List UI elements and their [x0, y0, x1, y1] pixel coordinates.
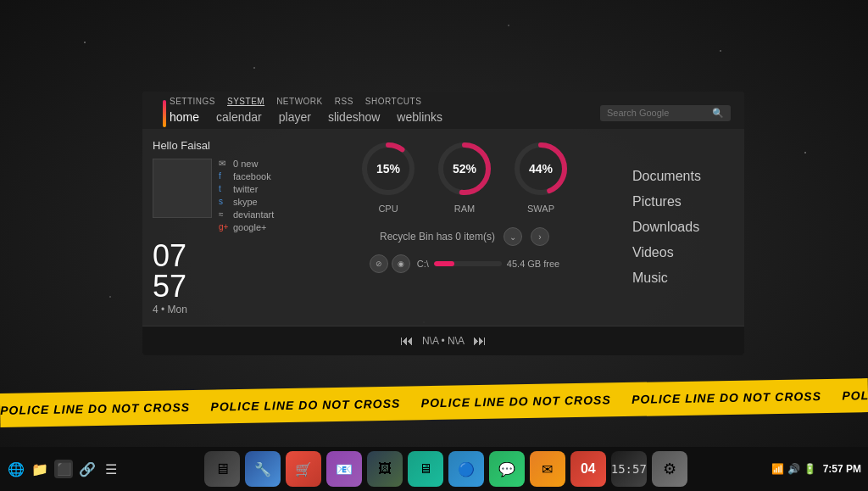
avatar [153, 159, 212, 218]
social-googleplus[interactable]: g+ google+ [219, 222, 274, 232]
dock-icon-display[interactable]: 🖥 [408, 451, 443, 487]
clock-date: 4 • Mon [153, 304, 297, 315]
social-twitter[interactable]: t twitter [219, 184, 274, 194]
nav-system[interactable]: SYSTEM [227, 97, 264, 106]
social-links: ✉ 0 new f facebook t twitter s skype [219, 159, 274, 232]
dock-icon-settings[interactable]: ⚙ [652, 451, 687, 487]
tray-sound-icon: 🔊 [787, 463, 800, 475]
nav-top-row: SETTINGS SYSTEM NETWORK RSS SHORTCUTS [170, 97, 442, 106]
clock-minute: 57 [153, 269, 186, 304]
nav-slideshow[interactable]: slideshow [328, 110, 380, 124]
taskbar-left: 🌐 📁 ⬛ 🔗 ☰ [7, 460, 120, 478]
disk-label: C:\ [417, 259, 429, 269]
player-track: N\A • N\A [422, 335, 465, 347]
skype-icon: s [219, 197, 229, 207]
player-bar: ⏮ N\A • N\A ⏭ [142, 326, 744, 355]
taskbar-folder-icon[interactable]: 📁 [31, 460, 49, 478]
content-area: Hello Faisal ✉ 0 new f facebook t twitte… [142, 129, 744, 326]
cpu-gauge: 15% CPU [359, 139, 418, 214]
cpu-label: CPU [378, 204, 398, 214]
ram-gauge: 52% RAM [435, 139, 494, 214]
googleplus-icon: g+ [219, 222, 229, 232]
middle-panel: 15% CPU 52% RAM [305, 139, 624, 315]
mail-icon: ✉ [219, 159, 229, 169]
nav-rss[interactable]: RSS [335, 97, 353, 106]
shortcut-documents[interactable]: Documents [632, 167, 734, 186]
left-panel: Hello Faisal ✉ 0 new f facebook t twitte… [153, 139, 297, 315]
taskbar-right: 📶 🔊 🔋 7:57 PM [771, 463, 861, 475]
dock-icon-mail[interactable]: ✉ [530, 451, 565, 487]
dock-icon-chat[interactable]: 💬 [489, 451, 525, 487]
disk-row: ⊘ ◉ C:\ 45.4 GB free [370, 254, 559, 273]
disk-icon-2[interactable]: ◉ [392, 254, 410, 273]
shortcut-downloads[interactable]: Downloads [632, 218, 734, 237]
gauges-row: 15% CPU 52% RAM [359, 139, 570, 214]
twitter-icon: t [219, 184, 229, 194]
tray-network-icon: 📶 [771, 463, 784, 475]
nav-shortcuts[interactable]: SHORTCUTS [365, 97, 422, 106]
dock-icon-email[interactable]: 📧 [326, 451, 362, 487]
disk-bar-container: C:\ 45.4 GB free [417, 259, 559, 269]
police-tape-text: POLICE LINE DO NOT CROSS POLICE LINE DO … [0, 378, 868, 417]
search-input[interactable] [607, 108, 709, 118]
ram-value: 52% [453, 162, 476, 176]
nav-settings[interactable]: SETTINGS [170, 97, 215, 106]
greeting-text: Hello Faisal [153, 139, 297, 152]
taskbar-terminal-icon[interactable]: ⬛ [54, 460, 73, 478]
disk-icon-1[interactable]: ⊘ [370, 254, 388, 273]
taskbar-menu-icon[interactable]: ☰ [102, 460, 120, 478]
right-panel: Documents Pictures Downloads Videos Musi… [632, 139, 734, 315]
disk-bar-fill [434, 261, 454, 266]
nav-player[interactable]: player [279, 110, 311, 124]
clock-display: 07 57 [153, 241, 297, 302]
dock-icon-app7[interactable]: 🔵 [448, 451, 484, 487]
ram-gauge-circle: 52% [435, 139, 494, 198]
widget-panel: SETTINGS SYSTEM NETWORK RSS SHORTCUTS ho… [142, 92, 744, 355]
dock-icon-store[interactable]: 🛒 [286, 451, 321, 487]
taskbar-browser-icon[interactable]: 🌐 [7, 460, 25, 478]
recycle-row: Recycle Bin has 0 item(s) ⌄ › [380, 227, 549, 246]
dock-icon-terminal[interactable]: 🖥 [204, 451, 240, 487]
recycle-text: Recycle Bin has 0 item(s) [380, 231, 495, 243]
swap-value: 44% [529, 162, 553, 176]
shortcut-videos[interactable]: Videos [632, 243, 734, 262]
police-tape: POLICE LINE DO NOT CROSS POLICE LINE DO … [0, 378, 868, 427]
nav-home[interactable]: home [170, 110, 199, 124]
ram-label: RAM [454, 204, 475, 214]
deviantart-icon: ≈ [219, 209, 229, 220]
taskbar: 🌐 📁 ⬛ 🔗 ☰ 🖥 🔧 🛒 📧 🖼 🖥 🔵 💬 [0, 447, 868, 491]
nav-network[interactable]: NETWORK [276, 97, 323, 106]
facebook-icon: f [219, 171, 229, 181]
nav-bottom-row: home calendar player slideshow weblinks [170, 106, 442, 129]
taskbar-link-icon[interactable]: 🔗 [78, 460, 97, 478]
shortcut-music[interactable]: Music [632, 269, 734, 287]
nav-weblinks[interactable]: weblinks [397, 110, 442, 124]
social-facebook[interactable]: f facebook [219, 171, 274, 181]
shortcut-pictures[interactable]: Pictures [632, 192, 734, 211]
recycle-prev-btn[interactable]: ⌄ [504, 227, 522, 246]
swap-gauge-circle: 44% [511, 139, 570, 198]
disk-free: 45.4 GB free [507, 259, 559, 269]
nav-accent [163, 100, 166, 127]
cpu-value: 15% [376, 162, 400, 176]
disk-icons: ⊘ ◉ [370, 254, 410, 273]
social-new-mail[interactable]: ✉ 0 new [219, 159, 274, 169]
nav-calendar[interactable]: calendar [216, 110, 262, 124]
dock-icon-calendar[interactable]: 04 [570, 451, 606, 487]
player-next-btn[interactable]: ⏭ [473, 333, 487, 349]
dock-icon-image[interactable]: 🖼 [367, 451, 403, 487]
player-prev-btn[interactable]: ⏮ [400, 333, 414, 349]
taskbar-time: 7:57 PM [823, 463, 861, 475]
swap-gauge: 44% SWAP [511, 139, 570, 214]
search-box[interactable]: 🔍 [600, 105, 731, 121]
system-tray: 📶 🔊 🔋 [771, 463, 816, 475]
recycle-next-btn[interactable]: › [531, 227, 549, 246]
taskbar-center: 🖥 🔧 🛒 📧 🖼 🖥 🔵 💬 ✉ 04 15:57 [204, 451, 687, 487]
tray-battery-icon: 🔋 [804, 463, 816, 475]
nav-header: SETTINGS SYSTEM NETWORK RSS SHORTCUTS ho… [142, 92, 744, 129]
dock-icon-app2[interactable]: 🔧 [245, 451, 281, 487]
social-skype[interactable]: s skype [219, 197, 274, 207]
social-deviantart[interactable]: ≈ deviantart [219, 209, 274, 220]
dock-icon-clock[interactable]: 15:57 [611, 451, 647, 487]
disk-bar [434, 261, 502, 266]
